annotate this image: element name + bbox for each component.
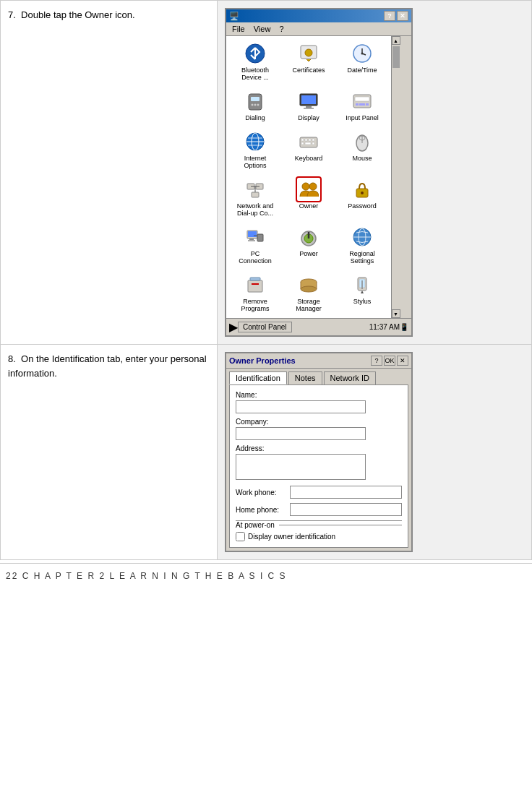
tab-notes[interactable]: Notes [288,371,322,384]
svg-rect-20 [366,103,369,106]
cp-icon-password[interactable]: Password [336,175,388,220]
cp-icon-mouse[interactable]: Mouse [336,127,388,172]
tab-network-id[interactable]: Network ID [324,371,376,384]
scroll-up-btn[interactable]: ▲ [392,36,400,45]
cp-icon-storage-manager[interactable]: StorageManager [283,270,335,315]
cp-icon-display[interactable]: Display [283,87,335,124]
svg-rect-59 [248,280,262,292]
work-phone-label: Work phone: [236,489,290,497]
cp-icon-grid: BluetoothDevice ... [226,36,391,318]
svg-rect-17 [355,97,369,101]
cp-label-power: Power [299,250,318,257]
cp-icon-internet-options[interactable]: InternetOptions [229,127,281,172]
display-owner-id-row: Display owner identification [236,532,402,541]
owner-icon [297,178,320,201]
internet-options-icon [244,130,267,153]
step8-screenshot: Owner Properties ? OK ✕ Identification N… [218,345,532,560]
cp-icon-dialing[interactable]: Dialing [229,87,281,124]
svg-rect-39 [252,192,259,197]
cp-close-button[interactable]: ✕ [397,11,408,21]
svg-rect-30 [312,139,314,141]
taskbar-icons: 📱 [400,323,408,331]
instruction-table: 7. Double tap the Owner icon. 🖥️ ? ✕ [0,0,532,560]
svg-point-2 [305,49,312,56]
owner-title-text: Owner Properties [229,356,296,365]
cp-label-internet-options: InternetOptions [244,155,266,169]
step7-text: Double tap the Owner icon. [21,9,135,20]
cp-label-pc-connection: PCConnection [239,250,272,265]
cp-help-button[interactable]: ? [384,11,395,21]
work-phone-field: Work phone: [236,486,402,499]
owner-help-button[interactable]: ? [371,356,382,366]
owner-titlebar: Owner Properties ? OK ✕ [226,353,411,369]
cp-label-datetime: Date/Time [347,66,377,74]
cp-menu-file[interactable]: File [229,24,248,34]
cp-label-bluetooth: BluetoothDevice ... [241,66,269,81]
display-owner-id-checkbox[interactable] [236,532,245,541]
cp-icon-owner[interactable]: Owner [283,175,335,220]
cp-label-dialing: Dialing [245,114,265,121]
home-phone-field: Home phone: [236,503,402,516]
work-phone-input[interactable] [290,486,402,499]
keyboard-icon [297,130,320,153]
step7-screenshot: 🖥️ ? ✕ File View ? [218,1,532,345]
address-input[interactable] [236,454,366,480]
step7-row: 7. Double tap the Owner icon. 🖥️ ? ✕ [1,1,532,345]
tab-identification[interactable]: Identification [229,371,287,384]
svg-point-66 [301,286,317,292]
svg-rect-15 [304,108,314,109]
cp-icon-remove-programs[interactable]: RemovePrograms [229,270,281,315]
owner-tabs: Identification Notes Network ID [229,371,408,384]
owner-close-button[interactable]: ✕ [397,356,408,366]
company-input[interactable] [236,427,366,440]
cp-icon-certificates[interactable]: Certificates [283,39,335,84]
cp-icon-pc-connection[interactable]: PCConnection [229,223,281,267]
scroll-down-btn[interactable]: ▼ [392,309,400,318]
cp-icon-input-panel[interactable]: Input Panel [336,87,388,124]
svg-rect-51 [257,234,263,241]
cp-icon-power[interactable]: Power [283,223,335,267]
owner-properties-window: Owner Properties ? OK ✕ Identification N… [225,352,413,552]
owner-ok-button[interactable]: OK [384,356,395,366]
cp-label-input-panel: Input Panel [346,114,379,121]
home-phone-label: Home phone: [236,506,290,514]
cp-icon-bluetooth[interactable]: BluetoothDevice ... [229,39,281,84]
cp-titlebar-left: 🖥️ [229,12,239,21]
cp-menu-help[interactable]: ? [276,24,286,34]
svg-point-46 [361,192,364,194]
scroll-thumb[interactable] [392,46,400,68]
cp-icon-network[interactable]: Network andDial-up Co... [229,175,281,220]
storage-manager-icon [297,273,320,296]
svg-point-44 [309,183,317,190]
svg-point-10 [254,104,257,106]
cp-icon-keyboard[interactable]: Keyboard [283,127,335,172]
cp-icon-stylus[interactable]: Stylus [336,270,388,315]
cp-label-network: Network andDial-up Co... [237,202,274,217]
cp-titlebar: 🖥️ ? ✕ [226,9,411,22]
network-icon [244,178,267,201]
svg-rect-61 [250,278,260,280]
taskbar-control-panel[interactable]: Control Panel [238,322,292,332]
cp-menu-view[interactable]: View [251,24,274,34]
cp-icon-regional-settings[interactable]: RegionalSettings [336,223,388,267]
name-field: Name: [236,391,402,413]
svg-marker-70 [361,291,364,293]
svg-point-43 [302,183,309,190]
svg-point-11 [257,104,259,106]
name-input[interactable] [236,400,366,413]
cp-label-storage-manager: StorageManager [296,298,322,312]
cp-titlebar-buttons: ? ✕ [384,11,408,21]
power-icon [297,225,320,249]
cp-taskbar: ▶ Control Panel 11:37 AM 📱 [226,318,411,335]
home-phone-input[interactable] [290,503,402,516]
cp-icon-datetime[interactable]: Date/Time [336,39,388,84]
input-panel-icon [351,90,374,113]
svg-rect-14 [306,106,312,108]
start-button[interactable]: ▶ [229,320,238,334]
cp-label-keyboard: Keyboard [295,155,323,162]
cp-label-regional-settings: RegionalSettings [349,250,375,265]
step8-instruction: 8. On the Identification tab, enter your… [1,345,218,560]
svg-rect-13 [301,95,316,104]
cp-scrollbar[interactable]: ▲ ▼ [391,36,400,318]
company-label: Company: [236,418,402,426]
